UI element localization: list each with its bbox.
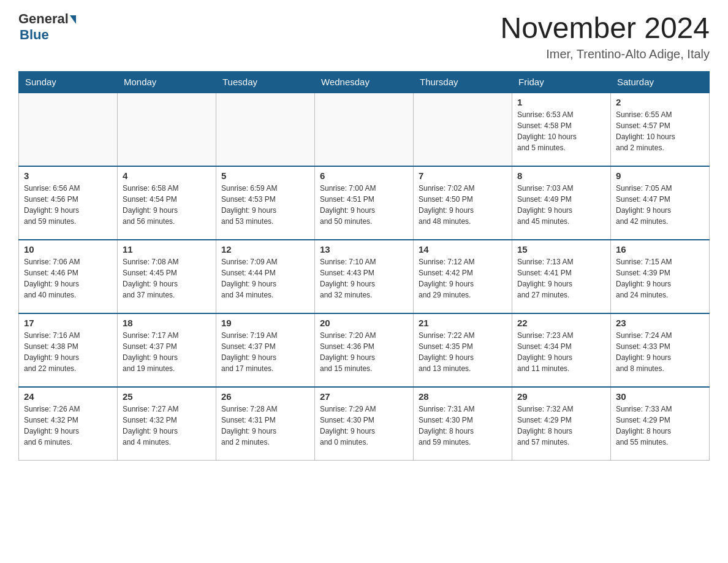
day-info: Sunrise: 6:56 AM Sunset: 4:56 PM Dayligh… [24,183,112,227]
day-info: Sunrise: 7:27 AM Sunset: 4:32 PM Dayligh… [123,404,211,448]
calendar-cell [414,93,512,166]
day-info: Sunrise: 7:09 AM Sunset: 4:44 PM Dayligh… [221,256,309,301]
calendar-cell: 19Sunrise: 7:19 AM Sunset: 4:37 PM Dayli… [216,313,315,387]
day-number: 24 [24,391,112,402]
day-info: Sunrise: 7:13 AM Sunset: 4:41 PM Dayligh… [517,256,605,301]
day-info: Sunrise: 7:32 AM Sunset: 4:29 PM Dayligh… [517,404,605,448]
day-info: Sunrise: 6:55 AM Sunset: 4:57 PM Dayligh… [616,109,704,153]
day-number: 10 [24,244,112,255]
day-number: 19 [221,318,309,328]
calendar-cell: 3Sunrise: 6:56 AM Sunset: 4:56 PM Daylig… [19,166,118,240]
day-info: Sunrise: 6:59 AM Sunset: 4:53 PM Dayligh… [221,183,309,227]
logo: General Blue [18,12,76,43]
day-info: Sunrise: 7:12 AM Sunset: 4:42 PM Dayligh… [419,256,507,301]
day-number: 22 [517,318,605,328]
day-info: Sunrise: 7:02 AM Sunset: 4:50 PM Dayligh… [419,183,507,227]
calendar-cell: 4Sunrise: 6:58 AM Sunset: 4:54 PM Daylig… [118,166,216,240]
calendar-cell: 23Sunrise: 7:24 AM Sunset: 4:33 PM Dayli… [611,313,710,387]
day-info: Sunrise: 7:26 AM Sunset: 4:32 PM Dayligh… [24,404,112,448]
day-info: Sunrise: 7:29 AM Sunset: 4:30 PM Dayligh… [320,404,408,448]
calendar-cell: 28Sunrise: 7:31 AM Sunset: 4:30 PM Dayli… [414,387,512,461]
day-number: 12 [221,244,309,255]
day-number: 26 [221,391,309,402]
calendar-cell: 14Sunrise: 7:12 AM Sunset: 4:42 PM Dayli… [414,240,512,313]
weekday-header-wednesday: Wednesday [315,71,414,93]
day-number: 11 [123,244,211,255]
calendar-table: SundayMondayTuesdayWednesdayThursdayFrid… [18,71,710,461]
calendar-cell [216,93,315,166]
day-number: 16 [616,244,704,255]
day-info: Sunrise: 7:31 AM Sunset: 4:30 PM Dayligh… [419,404,507,448]
day-number: 21 [419,318,507,328]
calendar-cell: 6Sunrise: 7:00 AM Sunset: 4:51 PM Daylig… [315,166,414,240]
day-info: Sunrise: 7:28 AM Sunset: 4:31 PM Dayligh… [221,404,309,448]
day-number: 1 [517,97,605,107]
calendar-cell: 2Sunrise: 6:55 AM Sunset: 4:57 PM Daylig… [611,93,710,166]
day-info: Sunrise: 7:00 AM Sunset: 4:51 PM Dayligh… [320,183,408,227]
day-number: 25 [123,391,211,402]
day-number: 6 [320,170,408,181]
calendar-cell: 29Sunrise: 7:32 AM Sunset: 4:29 PM Dayli… [512,387,611,461]
day-info: Sunrise: 6:58 AM Sunset: 4:54 PM Dayligh… [123,183,211,227]
weekday-header-sunday: Sunday [19,71,118,93]
calendar-cell: 7Sunrise: 7:02 AM Sunset: 4:50 PM Daylig… [414,166,512,240]
calendar-cell: 21Sunrise: 7:22 AM Sunset: 4:35 PM Dayli… [414,313,512,387]
day-info: Sunrise: 7:24 AM Sunset: 4:33 PM Dayligh… [616,330,704,374]
weekday-header-thursday: Thursday [414,71,512,93]
calendar-cell: 25Sunrise: 7:27 AM Sunset: 4:32 PM Dayli… [118,387,216,461]
calendar-header-row: SundayMondayTuesdayWednesdayThursdayFrid… [19,71,710,93]
calendar-cell: 15Sunrise: 7:13 AM Sunset: 4:41 PM Dayli… [512,240,611,313]
calendar-cell: 26Sunrise: 7:28 AM Sunset: 4:31 PM Dayli… [216,387,315,461]
week-row-5: 24Sunrise: 7:26 AM Sunset: 4:32 PM Dayli… [19,387,710,461]
page-header: General Blue November 2024 Imer, Trentin… [18,12,710,61]
week-row-4: 17Sunrise: 7:16 AM Sunset: 4:38 PM Dayli… [19,313,710,387]
day-number: 30 [616,391,704,402]
day-number: 15 [517,244,605,255]
calendar-cell: 18Sunrise: 7:17 AM Sunset: 4:37 PM Dayli… [118,313,216,387]
logo-blue-text: Blue [20,27,49,43]
day-info: Sunrise: 7:06 AM Sunset: 4:46 PM Dayligh… [24,256,112,301]
week-row-3: 10Sunrise: 7:06 AM Sunset: 4:46 PM Dayli… [19,240,710,313]
calendar-cell: 1Sunrise: 6:53 AM Sunset: 4:58 PM Daylig… [512,93,611,166]
day-info: Sunrise: 7:20 AM Sunset: 4:36 PM Dayligh… [320,330,408,374]
day-number: 2 [616,97,704,107]
calendar-cell: 5Sunrise: 6:59 AM Sunset: 4:53 PM Daylig… [216,166,315,240]
location-title: Imer, Trentino-Alto Adige, Italy [500,47,710,61]
logo-arrow-icon [70,15,76,24]
day-number: 27 [320,391,408,402]
calendar-cell: 24Sunrise: 7:26 AM Sunset: 4:32 PM Dayli… [19,387,118,461]
day-info: Sunrise: 7:05 AM Sunset: 4:47 PM Dayligh… [616,183,704,227]
day-info: Sunrise: 7:23 AM Sunset: 4:34 PM Dayligh… [517,330,605,374]
calendar-cell: 30Sunrise: 7:33 AM Sunset: 4:29 PM Dayli… [611,387,710,461]
week-row-1: 1Sunrise: 6:53 AM Sunset: 4:58 PM Daylig… [19,93,710,166]
calendar-cell: 10Sunrise: 7:06 AM Sunset: 4:46 PM Dayli… [19,240,118,313]
day-number: 8 [517,170,605,181]
calendar-cell [19,93,118,166]
calendar-cell: 11Sunrise: 7:08 AM Sunset: 4:45 PM Dayli… [118,240,216,313]
calendar-cell: 13Sunrise: 7:10 AM Sunset: 4:43 PM Dayli… [315,240,414,313]
day-info: Sunrise: 7:33 AM Sunset: 4:29 PM Dayligh… [616,404,704,448]
day-info: Sunrise: 7:17 AM Sunset: 4:37 PM Dayligh… [123,330,211,374]
calendar-cell: 20Sunrise: 7:20 AM Sunset: 4:36 PM Dayli… [315,313,414,387]
day-number: 3 [24,170,112,181]
calendar-cell: 22Sunrise: 7:23 AM Sunset: 4:34 PM Dayli… [512,313,611,387]
calendar-cell: 17Sunrise: 7:16 AM Sunset: 4:38 PM Dayli… [19,313,118,387]
month-title: November 2024 [500,12,710,45]
day-number: 5 [221,170,309,181]
day-number: 20 [320,318,408,328]
calendar-cell: 9Sunrise: 7:05 AM Sunset: 4:47 PM Daylig… [611,166,710,240]
weekday-header-monday: Monday [118,71,216,93]
day-number: 13 [320,244,408,255]
week-row-2: 3Sunrise: 6:56 AM Sunset: 4:56 PM Daylig… [19,166,710,240]
day-info: Sunrise: 7:15 AM Sunset: 4:39 PM Dayligh… [616,256,704,301]
day-number: 7 [419,170,507,181]
day-number: 29 [517,391,605,402]
day-number: 28 [419,391,507,402]
day-number: 4 [123,170,211,181]
calendar-cell: 16Sunrise: 7:15 AM Sunset: 4:39 PM Dayli… [611,240,710,313]
calendar-cell [315,93,414,166]
day-number: 14 [419,244,507,255]
calendar-cell: 8Sunrise: 7:03 AM Sunset: 4:49 PM Daylig… [512,166,611,240]
day-info: Sunrise: 6:53 AM Sunset: 4:58 PM Dayligh… [517,109,605,153]
day-number: 23 [616,318,704,328]
